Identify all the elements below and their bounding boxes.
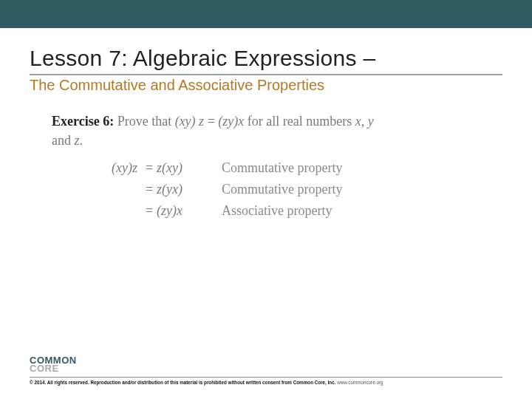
proof-row: = z(yx) Commutative property xyxy=(96,179,480,200)
copyright-link: www.commoncore.org xyxy=(337,380,383,385)
proof-reason: Commutative property xyxy=(222,157,342,179)
proof-eq: = xyxy=(142,200,157,222)
copyright-text: © 2014. All rights reserved. Reproductio… xyxy=(30,380,335,385)
exercise-prompt-line2: and z. xyxy=(52,131,480,150)
proof-rhs: (zy)x xyxy=(157,200,222,222)
footer: COMMON CORE © 2014. All rights reserved.… xyxy=(30,357,502,386)
proof-eq: = xyxy=(142,157,157,179)
proof-rhs: z(xy) xyxy=(157,157,222,179)
vars-xy: x, y xyxy=(355,114,374,129)
content-body: Exercise 6: Prove that (xy) z = (zy)x fo… xyxy=(0,98,532,222)
proof-rhs: z(yx) xyxy=(157,179,222,200)
expr-lhs: (xy) z xyxy=(175,114,204,129)
expr-eq: = xyxy=(204,114,218,129)
exercise-label: Exercise 6: xyxy=(52,114,114,129)
proof-block: (xy)z = z(xy) Commutative property = z(y… xyxy=(96,157,480,221)
prompt-text-mid: for all real numbers xyxy=(244,114,355,129)
and-text: and xyxy=(52,133,75,148)
var-z: z xyxy=(75,133,80,148)
header: Lesson 7: Algebraic Expressions – The Co… xyxy=(0,28,532,98)
lesson-title: Lesson 7: Algebraic Expressions – xyxy=(30,46,502,71)
proof-lhs: (xy)z xyxy=(96,157,142,179)
copyright-line: © 2014. All rights reserved. Reproductio… xyxy=(30,380,502,386)
proof-row: = (zy)x Associative property xyxy=(96,200,480,222)
period: . xyxy=(80,133,83,148)
common-core-logo: COMMON CORE xyxy=(30,357,502,372)
prompt-text-pre: Prove that xyxy=(117,114,175,129)
footer-rule xyxy=(30,377,502,378)
expr-rhs: (zy)x xyxy=(218,114,244,129)
top-bar xyxy=(0,0,532,28)
slide: { "header": { "title": "Lesson 7: Algebr… xyxy=(0,0,532,399)
lesson-subtitle: The Commutative and Associative Properti… xyxy=(30,77,502,94)
proof-row: (xy)z = z(xy) Commutative property xyxy=(96,157,480,179)
proof-eq: = xyxy=(142,179,157,200)
title-underline xyxy=(30,74,502,75)
exercise-prompt: Exercise 6: Prove that (xy) z = (zy)x fo… xyxy=(52,112,480,131)
proof-reason: Commutative property xyxy=(222,179,342,200)
proof-reason: Associative property xyxy=(222,200,332,222)
logo-line-2: CORE xyxy=(30,365,502,373)
logo-line-1: COMMON xyxy=(30,357,502,365)
